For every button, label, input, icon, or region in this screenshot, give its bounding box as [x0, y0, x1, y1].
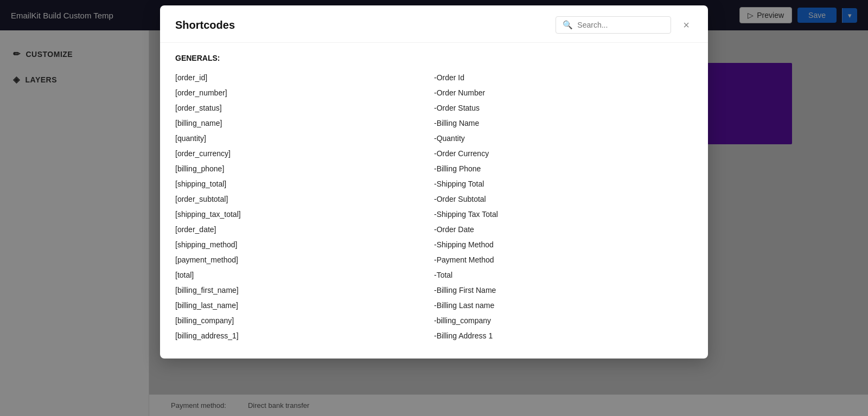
shortcode-row: [billing_phone]-Billing Phone: [175, 161, 693, 176]
shortcode-value: -Billing Name: [434, 119, 693, 127]
shortcode-row: [order_number]-Order Number: [175, 85, 693, 100]
section-title: GENERALS:: [175, 54, 693, 62]
modal-close-button[interactable]: ×: [680, 18, 693, 31]
shortcode-row: [billing_first_name]-Billing First Name: [175, 283, 693, 298]
shortcode-row: [shipping_method]-Shipping Method: [175, 237, 693, 252]
shortcode-row: [shipping_total]-Shipping Total: [175, 176, 693, 191]
shortcode-value: -Order Subtotal: [434, 195, 693, 203]
shortcode-value: -Shipping Method: [434, 240, 693, 249]
shortcode-row: [total]-Total: [175, 267, 693, 283]
modal-title: Shortcodes: [175, 19, 235, 31]
shortcode-key: [shipping_total]: [175, 180, 434, 188]
shortcode-key: [payment_method]: [175, 255, 434, 264]
shortcode-row: [billing_name]-Billing Name: [175, 116, 693, 131]
shortcode-row: [shipping_tax_total]-Shipping Tax Total: [175, 207, 693, 222]
shortcode-value: -Shipping Total: [434, 180, 693, 188]
shortcode-value: -Billing Address 1: [434, 331, 693, 340]
shortcode-key: [billing_phone]: [175, 164, 434, 173]
shortcode-row: [quantity]-Quantity: [175, 131, 693, 146]
shortcode-row: [billing_address_1]-Billing Address 1: [175, 328, 693, 343]
shortcode-value: -Shipping Tax Total: [434, 210, 693, 219]
shortcode-row: [order_id]-Order Id: [175, 70, 693, 85]
shortcode-row: [order_currency]-Order Currency: [175, 146, 693, 161]
shortcode-key: [order_id]: [175, 73, 434, 82]
shortcode-key: [shipping_method]: [175, 240, 434, 249]
shortcode-table: [order_id]-Order Id[order_number]-Order …: [175, 70, 693, 343]
shortcode-value: -Order Id: [434, 73, 693, 82]
shortcode-row: [order_date]-Order Date: [175, 222, 693, 237]
shortcode-value: -billing_company: [434, 316, 693, 325]
shortcode-key: [order_currency]: [175, 149, 434, 158]
shortcode-row: [order_status]-Order Status: [175, 100, 693, 116]
shortcode-value: -Payment Method: [434, 255, 693, 264]
shortcode-value: -Billing Phone: [434, 164, 693, 173]
shortcode-key: [order_number]: [175, 88, 434, 97]
modal-header: Shortcodes 🔍 ×: [160, 5, 708, 43]
modal-overlay[interactable]: Shortcodes 🔍 × GENERALS:[order_id]-Order…: [0, 0, 868, 416]
shortcode-key: [quantity]: [175, 134, 434, 143]
shortcodes-content: GENERALS:[order_id]-Order Id[order_numbe…: [175, 54, 693, 343]
shortcode-row: [billing_company]-billing_company: [175, 313, 693, 328]
shortcode-key: [total]: [175, 271, 434, 279]
shortcode-row: [order_subtotal]-Order Subtotal: [175, 191, 693, 207]
shortcode-key: [order_date]: [175, 225, 434, 234]
modal-body: GENERALS:[order_id]-Order Id[order_numbe…: [160, 43, 708, 359]
shortcode-key: [billing_name]: [175, 119, 434, 127]
shortcodes-modal: Shortcodes 🔍 × GENERALS:[order_id]-Order…: [160, 5, 708, 359]
shortcode-value: -Total: [434, 271, 693, 279]
shortcode-key: [order_status]: [175, 104, 434, 112]
shortcode-row: [billing_last_name]-Billing Last name: [175, 298, 693, 313]
shortcode-value: -Order Number: [434, 88, 693, 97]
shortcode-value: -Order Status: [434, 104, 693, 112]
shortcode-value: -Order Date: [434, 225, 693, 234]
shortcode-row: [payment_method]-Payment Method: [175, 252, 693, 267]
shortcode-value: -Order Currency: [434, 149, 693, 158]
shortcode-key: [billing_first_name]: [175, 286, 434, 295]
shortcode-value: -Billing Last name: [434, 301, 693, 310]
shortcode-key: [billing_address_1]: [175, 331, 434, 340]
shortcode-key: [billing_company]: [175, 316, 434, 325]
shortcode-key: [order_subtotal]: [175, 195, 434, 203]
shortcode-value: -Billing First Name: [434, 286, 693, 295]
shortcode-key: [shipping_tax_total]: [175, 210, 434, 219]
modal-search-container[interactable]: 🔍: [556, 16, 671, 34]
shortcode-key: [billing_last_name]: [175, 301, 434, 310]
search-icon: 🔍: [563, 20, 573, 30]
shortcode-value: -Quantity: [434, 134, 693, 143]
search-input[interactable]: [577, 21, 664, 29]
